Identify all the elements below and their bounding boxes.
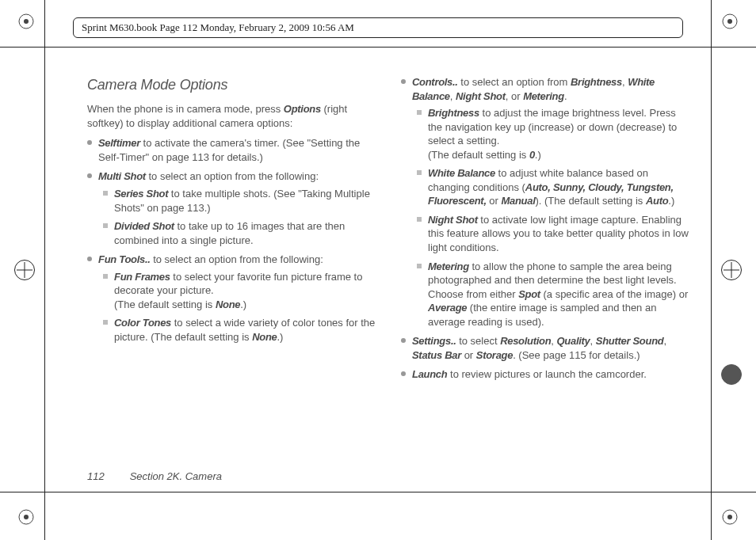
- registration-gear-icon: [720, 507, 740, 527]
- settings-s1: ,: [551, 335, 556, 347]
- svg-point-3: [727, 19, 732, 24]
- brightness-def-a: (The default setting is: [428, 149, 529, 161]
- book-header: Sprint M630.book Page 112 Monday, Februa…: [73, 17, 683, 38]
- funframes-head: Fun Frames: [114, 271, 170, 283]
- register-mark-icon: [721, 260, 742, 280]
- wb-or: or: [487, 195, 502, 207]
- multishot-body: to select an option from the following:: [146, 170, 319, 182]
- funframes-def-b: .): [240, 299, 246, 310]
- register-mark-icon: [14, 260, 35, 280]
- settings-s2: ,: [590, 335, 596, 347]
- colortones-def-b: .): [277, 331, 283, 343]
- funframes-def-v: None: [216, 299, 240, 310]
- settings-o4: Status Bar: [412, 349, 461, 361]
- bullet-launch: Launch to review pictures or launch the …: [401, 367, 693, 382]
- bullet-controls: Controls.. to select an option from Brig…: [401, 75, 693, 329]
- divided-head: Divided Shot: [114, 220, 174, 232]
- register-dot-icon: [721, 364, 742, 385]
- registration-gear-icon: [16, 507, 36, 527]
- colortones-def-v: None: [252, 331, 277, 343]
- left-column: Camera Mode Options When the phone is in…: [87, 75, 379, 477]
- settings-or: or: [461, 349, 476, 361]
- metering-body-b: (a specific area of the image) or: [540, 288, 688, 300]
- settings-body-a: to select: [456, 335, 501, 347]
- right-column: Controls.. to select an option from Brig…: [401, 75, 693, 477]
- controls-o4: Metering: [523, 90, 564, 102]
- sub-night-shot: Night Shot to activate low light image c…: [417, 213, 693, 255]
- controls-body-a: to select an option from: [458, 76, 571, 88]
- brightness-def-b: .): [535, 149, 541, 161]
- colortones-head: Color Tones: [114, 317, 171, 329]
- wb-def-b: .): [668, 195, 674, 207]
- series-head: Series Shot: [114, 188, 168, 200]
- controls-s2: ,: [450, 90, 456, 102]
- bullet-funtools: Fun Tools.. to select an option from the…: [87, 253, 379, 344]
- bullet-selftimer: Selftimer to activate the camera's timer…: [87, 136, 379, 164]
- crop-line-left: [44, 0, 45, 540]
- page-body: Camera Mode Options When the phone is in…: [87, 75, 693, 477]
- intro-text-a: When the phone is in camera mode, press: [87, 103, 284, 115]
- crop-line-bottom: [0, 492, 756, 492]
- sub-color-tones: Color Tones to select a wide variety of …: [103, 316, 379, 344]
- controls-end: .: [564, 90, 567, 102]
- metering-head: Metering: [428, 260, 469, 272]
- section-label: Section 2K. Camera: [130, 470, 222, 482]
- funframes-def-a: (The default setting is: [114, 299, 216, 310]
- bullet-settings: Settings.. to select Resolution, Quality…: [401, 334, 693, 362]
- wb-body-b: ). (The default setting is: [535, 195, 645, 207]
- wb-head: White Balance: [428, 167, 495, 179]
- crop-line-right: [711, 0, 712, 540]
- options-key-label: Options: [284, 103, 321, 115]
- svg-point-5: [24, 515, 29, 519]
- bullet-multishot: Multi Shot to select an option from the …: [87, 169, 379, 247]
- selftimer-head: Selftimer: [98, 137, 140, 149]
- sub-metering: Metering to allow the phone to sample th…: [417, 260, 693, 329]
- svg-point-1: [24, 19, 29, 24]
- funtools-body: to select an option from the following:: [151, 253, 323, 265]
- settings-head: Settings..: [412, 335, 456, 347]
- funtools-head: Fun Tools..: [98, 253, 151, 265]
- crop-line-top: [0, 47, 756, 48]
- controls-s3: , or: [506, 90, 523, 102]
- settings-o1: Resolution: [500, 335, 551, 347]
- night-head: Night Shot: [428, 214, 478, 226]
- sub-divided-shot: Divided Shot to take up to 16 images tha…: [103, 219, 379, 247]
- controls-o1: Brightness: [571, 76, 622, 88]
- settings-o3: Shutter Sound: [596, 335, 664, 347]
- settings-o2: Quality: [557, 335, 590, 347]
- registration-gear-icon: [16, 11, 36, 32]
- svg-point-7: [727, 515, 732, 519]
- multishot-head: Multi Shot: [98, 170, 146, 182]
- page-footer: 112 Section 2K. Camera: [87, 470, 222, 482]
- sub-brightness: Brightness to adjust the image brightnes…: [417, 106, 693, 162]
- wb-man: Manual: [502, 195, 536, 207]
- sub-series-shot: Series Shot to take multiple shots. (See…: [103, 187, 379, 215]
- section-heading: Camera Mode Options: [87, 75, 379, 94]
- launch-head: Launch: [412, 368, 447, 380]
- metering-avg: Average: [428, 302, 467, 314]
- intro-paragraph: When the phone is in camera mode, press …: [87, 102, 379, 130]
- controls-o3: Night Shot: [456, 90, 506, 102]
- settings-s3: ,: [663, 335, 666, 347]
- metering-spot: Spot: [518, 288, 540, 300]
- sub-white-balance: White Balance to adjust white balance ba…: [417, 166, 693, 208]
- registration-gear-icon: [720, 11, 740, 32]
- launch-body: to review pictures or launch the camcord…: [447, 368, 646, 380]
- brightness-head: Brightness: [428, 107, 479, 119]
- settings-o5: Storage: [476, 349, 513, 361]
- brightness-def-v: 0: [529, 149, 535, 161]
- sub-fun-frames: Fun Frames to select your favorite fun p…: [103, 270, 379, 312]
- page-number: 112: [87, 470, 127, 482]
- wb-def-v: Auto: [646, 195, 668, 207]
- settings-body-b: . (See page 115 for details.): [513, 349, 640, 361]
- controls-head: Controls..: [412, 76, 458, 88]
